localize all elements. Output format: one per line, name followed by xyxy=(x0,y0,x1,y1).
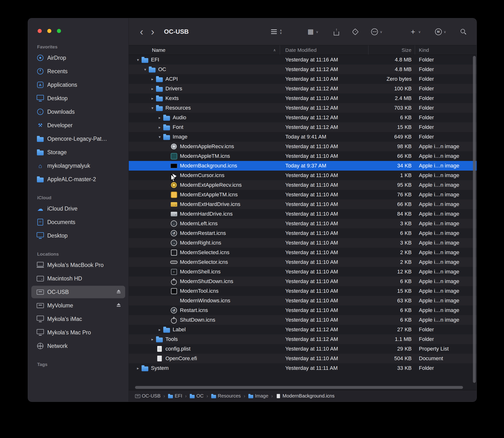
column-header-size[interactable]: Size xyxy=(368,45,415,55)
file-date: Yesterday at 11:10 AM xyxy=(280,142,368,151)
file-row[interactable]: ModernExtHardDrive.icnsYesterday at 11:1… xyxy=(129,199,477,209)
forward-button[interactable] xyxy=(147,27,158,37)
disclosure-triangle[interactable]: ▸ xyxy=(156,125,163,130)
disclosure-triangle[interactable]: ▾ xyxy=(135,58,141,62)
file-row[interactable]: ModernAppleTM.icnsYesterday at 11:10 AM6… xyxy=(129,151,477,161)
sidebar-item-mykola-s-imac[interactable]: Mykola’s iMac xyxy=(31,313,125,325)
column-header-date-modified[interactable]: Date Modified xyxy=(280,45,368,55)
column-header-kind[interactable]: Kind xyxy=(415,45,477,55)
file-row[interactable]: ModernRestart.icnsYesterday at 11:10 AM6… xyxy=(129,228,477,238)
sidebar-item-recents[interactable]: Recents xyxy=(31,65,125,77)
file-kind: Apple i…n image xyxy=(415,199,477,209)
column-header-name[interactable]: Name∧ xyxy=(129,45,280,55)
sidebar-item-desktop[interactable]: Desktop xyxy=(31,229,125,242)
path-item-efi[interactable]: EFI xyxy=(168,393,182,399)
account-button[interactable]: ∨ xyxy=(435,28,446,35)
minimize-button[interactable] xyxy=(47,29,51,33)
tag-button[interactable] xyxy=(352,28,359,35)
path-item-oc-usb[interactable]: OC-USB xyxy=(135,393,160,399)
sidebar-item-mykola-s-macbook-pro[interactable]: Mykola’s MacBook Pro xyxy=(31,259,125,271)
sidebar-item-mykola-s-mac-pro[interactable]: Mykola’s Mac Pro xyxy=(31,326,125,339)
sidebar-item-applealc-master-2[interactable]: AppleALC-master-2 xyxy=(31,173,125,186)
file-row[interactable]: ▾ResourcesYesterday at 11:12 AM703 KBFol… xyxy=(129,103,477,113)
more-button[interactable]: ∨ xyxy=(371,28,382,35)
file-row[interactable]: ▸ACPIYesterday at 11:10 AMZero bytesFold… xyxy=(129,74,477,84)
file-size: 649 KB xyxy=(368,132,415,142)
file-row[interactable]: ▾EFIYesterday at 11:16 AM4.8 MBFolder xyxy=(129,55,477,65)
disclosure-triangle[interactable]: ▸ xyxy=(149,87,156,91)
file-row[interactable]: ModernRight.icnsYesterday at 11:10 AM3 K… xyxy=(129,238,477,248)
file-row[interactable]: ▸FontYesterday at 11:12 AM15 KBFolder xyxy=(129,122,477,132)
disclosure-triangle[interactable]: ▾ xyxy=(149,106,156,110)
search-button[interactable] xyxy=(460,28,467,35)
path-item-modernbackground-icns[interactable]: ModernBackground.icns xyxy=(276,393,334,399)
horizontal-scrollbar[interactable] xyxy=(135,386,463,389)
sidebar-item-icloud-drive[interactable]: iCloud Drive xyxy=(31,202,125,215)
file-row[interactable]: ModernSelector.icnsYesterday at 11:10 AM… xyxy=(129,257,477,267)
view-list-button[interactable]: ∧∨ xyxy=(270,28,282,35)
file-row[interactable]: ModernCursor.icnsYesterday at 11:10 AM1 … xyxy=(129,171,477,180)
path-item-resources[interactable]: Resources xyxy=(211,393,241,399)
file-row[interactable]: ModernTool.icnsYesterday at 11:10 AM15 K… xyxy=(129,286,477,296)
disclosure-triangle[interactable]: ▸ xyxy=(156,328,163,332)
file-row[interactable]: ModernExtAppleRecv.icnsYesterday at 11:1… xyxy=(129,180,477,190)
disclosure-triangle[interactable]: ▸ xyxy=(149,96,156,101)
disclosure-triangle[interactable]: ▸ xyxy=(149,77,156,81)
sidebar-item-network[interactable]: Network xyxy=(31,340,125,352)
vertical-scrollbar[interactable] xyxy=(473,56,476,383)
file-row[interactable]: ▾OCYesterday at 11:12 AM4.8 MBFolder xyxy=(129,65,477,74)
zoom-button[interactable] xyxy=(57,29,61,33)
file-row[interactable]: ModernAppleRecv.icnsYesterday at 11:10 A… xyxy=(129,142,477,151)
file-row[interactable]: ModernShell.icnsYesterday at 11:10 AM12 … xyxy=(129,267,477,277)
file-row[interactable]: ▸KextsYesterday at 11:10 AM2.4 MBFolder xyxy=(129,93,477,103)
file-size: 4.8 MB xyxy=(368,65,415,74)
file-row[interactable]: ModernLeft.icnsYesterday at 11:10 AM3 KB… xyxy=(129,219,477,228)
eject-button[interactable] xyxy=(115,302,122,309)
sidebar-item-mykolagrymalyuk[interactable]: mykolagrymalyuk xyxy=(31,160,125,172)
sidebar-item-storage[interactable]: Storage xyxy=(31,146,125,159)
disclosure-triangle[interactable]: ▾ xyxy=(142,67,149,72)
sidebar-item-developer[interactable]: Developer xyxy=(31,119,125,131)
sidebar-item-macintosh-hd[interactable]: Macintosh HD xyxy=(31,272,125,285)
add-button[interactable]: ∨ xyxy=(410,28,421,35)
close-button[interactable] xyxy=(38,29,42,33)
sidebar-item-desktop[interactable]: Desktop xyxy=(31,92,125,105)
file-row[interactable]: ModernWindows.icnsYesterday at 11:10 AM6… xyxy=(129,296,477,306)
file-row[interactable]: ▸DriversYesterday at 11:12 AM100 KBFolde… xyxy=(129,84,477,93)
back-button[interactable] xyxy=(136,27,147,37)
file-row[interactable]: ▸AudioYesterday at 11:12 AM6 KBFolder xyxy=(129,113,477,122)
share-button[interactable] xyxy=(333,28,340,36)
path-item-image[interactable]: Image xyxy=(248,393,268,399)
file-row[interactable]: ▸LabelYesterday at 11:12 AM27 KBFolder xyxy=(129,325,477,334)
file-row[interactable]: Restart.icnsYesterday at 11:10 AM6 KBApp… xyxy=(129,306,477,315)
sidebar-item-oc-usb[interactable]: OC-USB xyxy=(31,286,125,298)
eject-button[interactable] xyxy=(115,288,122,296)
file-size: 2.4 MB xyxy=(368,93,415,103)
file-size: 34 KB xyxy=(368,161,415,171)
file-row[interactable]: config.plistYesterday at 11:10 AM29 KBPr… xyxy=(129,344,477,354)
disclosure-triangle[interactable]: ▾ xyxy=(156,135,163,139)
file-row[interactable]: ShutDown.icnsYesterday at 11:10 AM6 KBAp… xyxy=(129,315,477,325)
file-row[interactable]: OpenCore.efiYesterday at 11:10 AM504 KBD… xyxy=(129,354,477,363)
file-row[interactable]: ModernHardDrive.icnsYesterday at 11:10 A… xyxy=(129,209,477,219)
sidebar-item-myvolume[interactable]: MyVolume xyxy=(31,299,125,312)
disclosure-triangle[interactable]: ▸ xyxy=(135,366,141,371)
sidebar-item-downloads[interactable]: Downloads xyxy=(31,106,125,118)
file-row[interactable]: ▾ImageToday at 9:41 AM649 KBFolder xyxy=(129,132,477,142)
sidebar-item-opencore-legacy-pat[interactable]: Opencore-Legacy-Pat… xyxy=(31,132,125,145)
sidebar-item-documents[interactable]: Documents xyxy=(31,216,125,228)
group-button[interactable]: ∨ xyxy=(307,28,318,35)
file-row[interactable]: ModernSelected.icnsYesterday at 11:10 AM… xyxy=(129,248,477,257)
file-date: Yesterday at 11:10 AM xyxy=(280,151,368,161)
sidebar-item-applications[interactable]: Applications xyxy=(31,78,125,91)
file-row[interactable]: ▸SystemYesterday at 11:11 AM33 KBFolder xyxy=(129,363,477,373)
file-row[interactable]: ▸ToolsYesterday at 11:12 AM1.1 MBFolder xyxy=(129,334,477,344)
tm-teal-icon xyxy=(170,153,177,160)
disclosure-triangle[interactable]: ▸ xyxy=(156,115,163,120)
path-item-oc[interactable]: OC xyxy=(190,393,204,399)
file-row[interactable]: ModernBackground.icnsToday at 9:37 AM34 … xyxy=(129,161,477,171)
disclosure-triangle[interactable]: ▸ xyxy=(149,337,156,342)
sidebar-item-airdrop[interactable]: AirDrop xyxy=(31,52,125,64)
file-row[interactable]: ModernExtAppleTM.icnsYesterday at 11:10 … xyxy=(129,190,477,199)
file-row[interactable]: ModernShutDown.icnsYesterday at 11:10 AM… xyxy=(129,277,477,286)
